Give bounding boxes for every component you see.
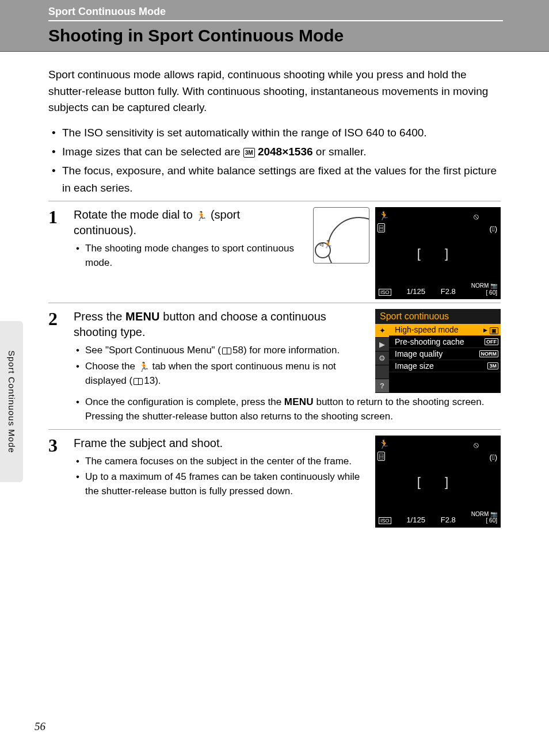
image-size-3m-icon: 3M [243, 148, 255, 158]
side-chapter-tab: Sport Continuous Mode [0, 321, 23, 482]
remaining-value: 60 [489, 517, 495, 524]
page-title: Shooting in Sport Continuous Mode [48, 26, 549, 45]
menu-tabs: ✦ ▶ ⚙ ? [375, 324, 389, 393]
intro-bullet-2: Image sizes that can be selected are 3M … [62, 143, 501, 160]
aperture-value: F2.8 [441, 516, 456, 524]
menu-button-label: MENU [125, 310, 160, 323]
text: or smaller. [313, 146, 367, 158]
step-2-bullet-1: See "Sport Continuous Menu" (58) for mor… [85, 343, 367, 358]
menu-row-label: Pre-shooting cache [395, 337, 464, 346]
lcd-preview-1: 🏃 ⌸ ⦸ (᷀) [ ] ISO 1/125 F2.8 NORM 📷 [ 60… [375, 207, 501, 299]
image-size-value: 2048×1536 [255, 146, 313, 158]
text: Press the [74, 310, 125, 323]
side-tab-label: Sport Continuous Mode [7, 350, 17, 453]
sport-continuous-icon: 🏃 [196, 211, 207, 221]
intro-bullet-3: The focus, exposure, and white balance s… [62, 162, 501, 196]
menu-row-quality: Image quality NORM [389, 348, 501, 360]
sport-mode-icon: 🏃 [379, 211, 390, 221]
step-1-title: Rotate the mode dial to 🏃 (sport continu… [74, 207, 302, 238]
iso-label: ISO [379, 517, 391, 524]
flash-off-icon: ⦸ [474, 440, 479, 450]
step-number: 1 [48, 207, 74, 227]
menu-list: High-speed mode▸ ▣ Pre-shooting cache OF… [389, 324, 501, 393]
menu-row-label: Image size [395, 361, 434, 371]
header-band: Sport Continuous Mode Shooting in Sport … [0, 0, 549, 52]
menu-title: Sport continuous [375, 309, 501, 324]
step-number: 2 [48, 309, 74, 329]
shutter-value: 1/125 [406, 287, 425, 296]
page-content: Sport continuous mode allows rapid, cont… [0, 52, 549, 531]
menu-row-value: ▣ [490, 327, 498, 334]
menu-tab-shooting: ✦ [375, 324, 389, 338]
text: ) for more information. [243, 345, 340, 356]
menu-tab-playback: ▶ [375, 338, 389, 352]
sport-continuous-icon: 🏃 [138, 362, 150, 372]
shutter-value: 1/125 [406, 516, 425, 524]
text: Rotate the mode dial to [74, 208, 196, 221]
menu-button-label: MENU [284, 396, 314, 407]
text: See "Sport Continuous Menu" ( [85, 345, 221, 356]
menu-row-value: NORM [479, 350, 499, 357]
intro-paragraph: Sport continuous mode allows rapid, cont… [48, 67, 501, 116]
page-ref: 13 [144, 375, 155, 386]
menu-row-value: 3M [487, 362, 498, 369]
vr-icon: (᷀) [490, 224, 497, 233]
quality-label: NORM [471, 511, 489, 517]
intro-bullet-list: The ISO sensitivity is set automatically… [48, 124, 501, 197]
text: ). [155, 375, 161, 386]
menu-row-label: Image quality [395, 349, 443, 358]
menu-screenshot: Sport continuous ✦ ▶ ⚙ ? High-speed mode… [375, 309, 501, 393]
menu-tab-help: ? [375, 379, 389, 393]
menu-row-value: OFF [485, 338, 498, 345]
remaining-value: 60 [489, 289, 495, 296]
text: Choose the [85, 361, 138, 372]
menu-row-size: Image size 3M [389, 360, 501, 372]
menu-row-high-speed: High-speed mode▸ ▣ [389, 324, 501, 336]
quality-label: NORM [471, 282, 489, 289]
step-3-bullet-2: Up to a maximum of 45 frames can be take… [85, 470, 367, 498]
intro-bullet-1: The ISO sensitivity is set automatically… [62, 124, 501, 141]
step-number: 3 [48, 436, 74, 456]
iso-label: ISO [379, 289, 391, 296]
mode-dial-illustration: ◃🏃 [313, 207, 369, 264]
card-icon: ⌸ [378, 223, 385, 232]
page-ref: 58 [232, 345, 243, 356]
menu-row-label: High-speed mode [395, 325, 459, 334]
menu-tab-setup: ⚙ [375, 352, 389, 365]
focus-brackets: [ ] [375, 475, 501, 490]
sport-mode-icon: 🏃 [379, 439, 390, 449]
dial-mark-icon: ◃🏃 [319, 240, 333, 249]
flash-off-icon: ⦸ [474, 212, 479, 222]
vr-icon: (᷀) [490, 453, 497, 461]
step-3-title: Frame the subject and shoot. [74, 436, 367, 451]
step-2-bullet-3: Once the configuration is complete, pres… [85, 395, 501, 423]
text: Once the configuration is complete, pres… [85, 396, 284, 407]
step-2-title: Press the MENU button and choose a conti… [74, 309, 367, 340]
menu-row-preshoot: Pre-shooting cache OFF [389, 336, 501, 348]
card-icon: ⌸ [378, 452, 385, 461]
section-label: Sport Continuous Mode [48, 6, 503, 21]
step-3: 3 Frame the subject and shoot. The camer… [48, 429, 501, 531]
step-1: 1 Rotate the mode dial to 🏃 (sport conti… [48, 201, 501, 303]
page-ref-icon [222, 348, 231, 354]
aperture-value: F2.8 [441, 287, 456, 296]
page-ref-icon [134, 378, 143, 385]
step-1-bullet-1: The shooting mode changes to sport conti… [85, 242, 302, 270]
page-number: 56 [35, 720, 45, 733]
text: Image sizes that can be selected are [62, 146, 243, 158]
lcd-preview-2: 🏃 ⌸ ⦸ (᷀) [ ] ISO 1/125 F2.8 NORM 📷 [ 60… [375, 436, 501, 528]
step-3-bullet-1: The camera focuses on the subject in the… [85, 455, 367, 469]
step-2: 2 Press the MENU button and choose a con… [48, 303, 501, 429]
step-2-bullet-2: Choose the 🏃 tab when the sport continuo… [85, 360, 367, 388]
focus-brackets: [ ] [375, 246, 501, 261]
